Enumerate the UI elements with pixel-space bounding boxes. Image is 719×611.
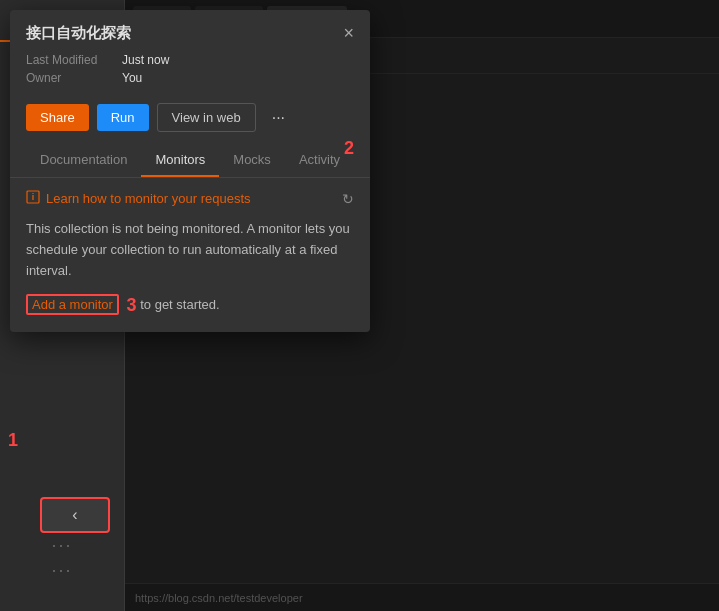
run-button[interactable]: Run — [97, 104, 149, 131]
add-monitor-suffix: to get started. — [140, 297, 220, 312]
modal-header: 接口自动化探索 × — [10, 10, 370, 53]
label-3: 3 — [127, 295, 137, 316]
more-button[interactable]: ··· — [264, 105, 293, 131]
svg-text:i: i — [32, 192, 35, 202]
modal-meta: Last Modified Just now Owner You — [10, 53, 370, 95]
owner-label: Owner — [26, 71, 106, 85]
modal-tab-monitors[interactable]: Monitors — [141, 144, 219, 177]
collapse-btn-area: ‹ — [40, 497, 110, 533]
modal-body: i Learn how to monitor your requests ↻ T… — [10, 178, 370, 332]
modal-tabs: Documentation Monitors Mocks Activity 2 — [10, 144, 370, 178]
modal-title: 接口自动化探索 — [26, 24, 131, 43]
label-1: 1 — [8, 430, 18, 451]
info-icon: i — [26, 190, 40, 207]
modal-close-button[interactable]: × — [343, 24, 354, 42]
label-2: 2 — [344, 138, 354, 159]
refresh-icon[interactable]: ↻ — [342, 191, 354, 207]
sidebar-dots-2[interactable]: ··· — [51, 560, 72, 581]
modal-dialog: 接口自动化探索 × Last Modified Just now Owner Y… — [10, 10, 370, 332]
share-button[interactable]: Share — [26, 104, 89, 131]
app-container: Collections 1 ‹ ··· ··· 航班 — [0, 0, 719, 611]
modal-actions: Share Run View in web ··· — [10, 95, 370, 144]
chevron-left-icon: ‹ — [72, 506, 77, 524]
last-modified-value: Just now — [122, 53, 169, 67]
meta-row-owner: Owner You — [26, 71, 354, 85]
modal-tab-documentation[interactable]: Documentation — [26, 144, 141, 177]
monitor-description: This collection is not being monitored. … — [26, 219, 354, 281]
add-monitor-row: Add a monitor 3 to get started. — [26, 295, 354, 316]
learn-link[interactable]: i Learn how to monitor your requests — [26, 190, 251, 207]
last-modified-label: Last Modified — [26, 53, 106, 67]
modal-tab-mocks[interactable]: Mocks — [219, 144, 285, 177]
learn-link-text: Learn how to monitor your requests — [46, 191, 251, 206]
view-in-web-button[interactable]: View in web — [157, 103, 256, 132]
meta-row-modified: Last Modified Just now — [26, 53, 354, 67]
learn-row: i Learn how to monitor your requests ↻ — [26, 190, 354, 207]
collapse-sidebar-button[interactable]: ‹ — [40, 497, 110, 533]
add-monitor-link[interactable]: Add a monitor — [26, 294, 119, 315]
sidebar-dots-1[interactable]: ··· — [51, 535, 72, 556]
owner-value: You — [122, 71, 142, 85]
